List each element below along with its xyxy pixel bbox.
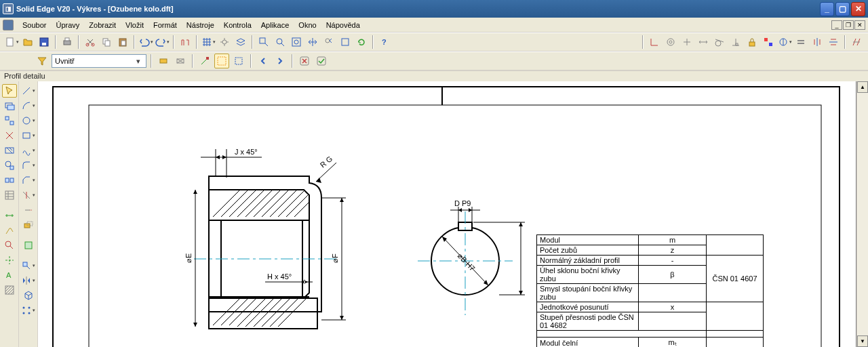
fit-button[interactable] <box>289 35 304 49</box>
dim-j45: J x 45° <box>235 148 258 156</box>
zoom-button[interactable] <box>273 35 288 49</box>
undo-button[interactable] <box>138 35 153 49</box>
select-tool[interactable] <box>2 84 17 98</box>
pan-button[interactable] <box>305 35 320 49</box>
relation-origin-icon[interactable] <box>647 35 662 49</box>
snap-button[interactable] <box>217 35 232 49</box>
grid-button[interactable] <box>201 35 216 49</box>
mdi-icon[interactable] <box>3 20 14 30</box>
help-button[interactable]: ? <box>377 35 392 49</box>
text-tool[interactable]: A <box>2 268 17 282</box>
mdi-minimize-button[interactable]: _ <box>831 20 842 30</box>
move-tool[interactable] <box>21 259 36 272</box>
cancel-button[interactable] <box>297 54 312 68</box>
tool-c-icon[interactable] <box>197 54 212 68</box>
sketch-button[interactable] <box>178 35 193 49</box>
relation-point-icon[interactable] <box>679 35 694 49</box>
menu-okno[interactable]: Okno <box>294 20 321 30</box>
drawing-canvas[interactable]: J x 45° R G H x 45° ⌀E <box>38 81 856 347</box>
placement-combo[interactable]: Uvnitř ▾ <box>52 54 146 68</box>
relations-tool[interactable] <box>21 239 36 252</box>
dimension-tool[interactable] <box>2 209 17 222</box>
mdi-close-button[interactable]: ✕ <box>854 20 865 30</box>
relation-lock-icon[interactable] <box>745 35 760 49</box>
view-button[interactable] <box>338 35 353 49</box>
cube-tool[interactable] <box>21 289 36 302</box>
tool-b-icon[interactable] <box>173 54 188 68</box>
paste-button[interactable] <box>115 35 130 49</box>
chamfer-tool[interactable] <box>21 174 36 187</box>
menu-upravy[interactable]: Úpravy <box>51 20 84 30</box>
parts-list-tool[interactable] <box>2 188 17 202</box>
menu-format[interactable]: Formát <box>149 20 182 30</box>
menu-vlozit[interactable]: Vložit <box>121 20 149 30</box>
relation-mirror-h-icon[interactable] <box>826 35 841 49</box>
relation-perpendicular-icon[interactable] <box>728 35 743 49</box>
refresh-button[interactable] <box>354 35 369 49</box>
rectangle-tool[interactable] <box>21 129 36 142</box>
line-tool[interactable] <box>21 84 36 98</box>
hatch-tool[interactable] <box>2 283 17 297</box>
menu-zobrazit[interactable]: Zobrazit <box>84 20 121 30</box>
minimize-button[interactable]: _ <box>820 2 834 16</box>
relation-tangent-icon[interactable] <box>712 35 727 49</box>
offset-tool[interactable] <box>21 218 36 232</box>
relation-symmetric-icon[interactable] <box>777 35 792 49</box>
maximize-button[interactable]: ▢ <box>835 2 850 16</box>
relation-horizontal-icon[interactable] <box>696 35 711 49</box>
break-tool[interactable] <box>2 174 17 187</box>
menu-soubor[interactable]: Soubor <box>18 20 51 30</box>
tool-a-icon[interactable] <box>156 54 171 68</box>
menu-aplikace[interactable]: Aplikace <box>256 20 294 30</box>
menu-nastroje[interactable]: Nástroje <box>182 20 219 30</box>
section-tool[interactable] <box>2 144 17 157</box>
mdi-restore-button[interactable]: ❐ <box>843 20 854 30</box>
layers-button[interactable] <box>233 35 248 49</box>
svg-point-56 <box>28 312 31 314</box>
new-button[interactable] <box>4 35 19 49</box>
cut-button[interactable] <box>83 35 98 49</box>
fillet-tool[interactable] <box>21 159 36 172</box>
circle-tool[interactable] <box>21 114 36 127</box>
scroll-up-button[interactable]: ▲ <box>857 81 868 93</box>
print-button[interactable] <box>60 35 75 49</box>
centerline-tool[interactable] <box>2 253 17 267</box>
curve-tool[interactable] <box>21 144 36 157</box>
nav-left-button[interactable] <box>256 54 271 68</box>
annotation-tool[interactable] <box>2 224 17 237</box>
tool-e-icon[interactable] <box>231 54 246 68</box>
vertical-scrollbar[interactable]: ▲ ▼ <box>856 81 868 347</box>
extend-tool[interactable] <box>21 203 36 217</box>
redo-button[interactable] <box>155 35 170 49</box>
view-tool-2[interactable] <box>2 114 17 127</box>
pattern-tool[interactable] <box>21 304 36 317</box>
relation-mirror-v-icon[interactable] <box>810 35 825 49</box>
detail-tool[interactable] <box>2 159 17 172</box>
view-tool-1[interactable] <box>2 99 17 113</box>
dim-dbh7: ⌀B H7 <box>456 251 477 272</box>
relation-concentric-icon[interactable] <box>663 35 678 49</box>
relation-equal-icon[interactable] <box>793 35 808 49</box>
filter-icon[interactable] <box>35 54 50 68</box>
menu-kontrola[interactable]: Kontrola <box>219 20 256 30</box>
balloon-tool[interactable] <box>2 239 17 252</box>
view-tool-3[interactable] <box>2 129 17 142</box>
mirror-tool[interactable] <box>21 274 36 287</box>
accept-button[interactable] <box>314 54 329 68</box>
relation-collinear-icon[interactable] <box>849 35 864 49</box>
arc-tool[interactable] <box>21 99 36 113</box>
menu-napoveda[interactable]: Nápověda <box>321 20 365 30</box>
scroll-down-button[interactable]: ▼ <box>857 335 868 347</box>
tool-d-icon[interactable] <box>214 54 229 68</box>
save-button[interactable] <box>37 35 52 49</box>
trim-tool[interactable] <box>21 188 36 202</box>
relation-set-icon[interactable] <box>761 35 776 49</box>
svg-rect-35 <box>7 105 14 110</box>
zoom-area-button[interactable] <box>256 35 271 49</box>
svg-line-65 <box>221 190 248 217</box>
copy-button[interactable] <box>99 35 114 49</box>
close-button[interactable]: ✕ <box>851 2 865 16</box>
open-button[interactable] <box>20 35 35 49</box>
zoom-prev-button[interactable] <box>321 35 336 49</box>
nav-right-button[interactable] <box>273 54 288 68</box>
